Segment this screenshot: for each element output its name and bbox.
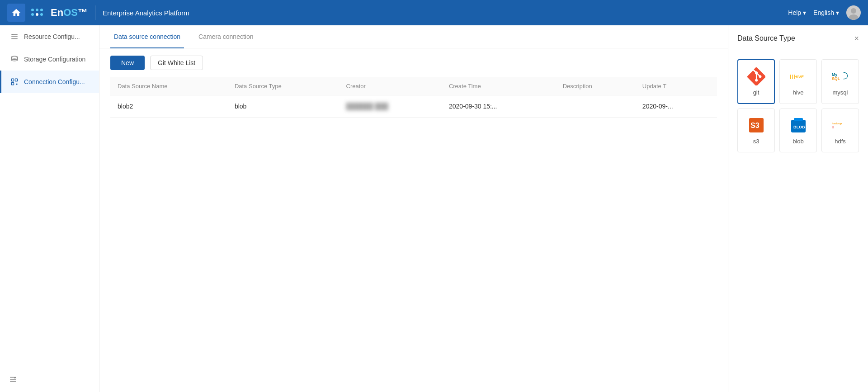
ds-hive-label: hive	[793, 89, 804, 96]
panel-title: Data Source Type	[737, 34, 795, 43]
avatar-icon	[846, 5, 861, 20]
sidebar-collapse-button[interactable]	[0, 368, 99, 392]
tab-camera-connection[interactable]: Camera connection	[195, 26, 257, 48]
ds-type-hive[interactable]: ||| HIVE hive	[779, 59, 817, 104]
svg-point-12	[11, 56, 18, 58]
git-icon	[747, 67, 765, 85]
top-header: EnOS™ Enterprise Analytics Platform Help…	[0, 0, 868, 25]
home-icon	[11, 8, 21, 18]
hive-icon-wrapper: ||| HIVE	[789, 67, 807, 85]
cell-create-time: 2020-09-30 15:...	[442, 95, 556, 118]
mysql-icon-wrapper: My SQL	[831, 67, 849, 85]
main-layout: Resource Configu... Storage Configuratio…	[0, 25, 868, 392]
col-header-type: Data Source Type	[227, 77, 339, 95]
header-divider	[95, 5, 95, 20]
ds-hdfs-label: hdfs	[835, 138, 846, 145]
svg-point-2	[40, 9, 43, 11]
ds-type-blob[interactable]: BLOB blob	[779, 109, 817, 152]
ds-type-git[interactable]: git	[737, 59, 775, 104]
mysql-icon: My SQL	[831, 67, 849, 85]
cell-update-time: 2020-09-...	[635, 95, 717, 118]
app-title: Enterprise Analytics Platform	[103, 9, 189, 17]
enos-dots-icon	[31, 8, 47, 17]
svg-text:BLOB: BLOB	[793, 125, 805, 129]
table-row: blob2 blob ██████ ███ 2020-09-30 15:... …	[110, 95, 717, 118]
s3-icon: S3	[747, 116, 765, 134]
svg-rect-15	[11, 83, 14, 85]
data-source-table: Data Source Name Data Source Type Creato…	[110, 77, 717, 118]
user-avatar[interactable]	[846, 5, 861, 20]
s3-icon-wrapper: S3	[747, 116, 765, 134]
toolbar: New Git White List	[99, 48, 728, 77]
chevron-down-icon: ▾	[836, 9, 839, 16]
help-button[interactable]: Help ▾	[788, 9, 806, 16]
ds-type-hdfs[interactable]: hadoop ||| hdfs	[821, 109, 859, 152]
right-panel: Data Source Type × git ||| HIVE	[728, 25, 868, 392]
git-icon-wrapper	[747, 67, 765, 85]
svg-rect-14	[15, 79, 18, 81]
panel-header: Data Source Type ×	[728, 25, 868, 50]
ds-blob-label: blob	[793, 138, 804, 145]
svg-point-3	[31, 13, 34, 16]
svg-point-11	[12, 34, 14, 35]
cell-name: blob2	[110, 95, 227, 118]
sidebar-item-storage-config[interactable]: Storage Configuration	[0, 48, 99, 71]
col-header-create-time: Create Time	[442, 77, 556, 95]
svg-rect-13	[11, 79, 14, 81]
svg-point-5	[40, 13, 43, 16]
table-container: Data Source Name Data Source Type Creato…	[99, 77, 728, 392]
sidebar-item-connection-config[interactable]: Connection Configu...	[0, 71, 99, 93]
sidebar-label-storage: Storage Configuration	[24, 56, 85, 63]
blob-icon-wrapper: BLOB	[789, 116, 807, 134]
ds-mysql-label: mysql	[833, 89, 848, 96]
chevron-down-icon: ▾	[803, 9, 806, 16]
svg-text:SQL: SQL	[831, 76, 840, 81]
hdfs-icon-wrapper: hadoop |||	[831, 116, 849, 134]
svg-point-6	[851, 8, 856, 14]
svg-point-0	[31, 9, 34, 11]
col-header-creator: Creator	[339, 77, 442, 95]
svg-point-4	[36, 13, 38, 16]
ds-type-mysql[interactable]: My SQL mysql	[821, 59, 859, 104]
svg-text:HIVE: HIVE	[794, 75, 804, 79]
tab-data-source[interactable]: Data source connection	[110, 26, 184, 48]
col-header-name: Data Source Name	[110, 77, 227, 95]
hive-icon: ||| HIVE	[789, 67, 807, 85]
sidebar-label-resource: Resource Configu...	[24, 33, 80, 40]
tabs-bar: Data source connection Camera connection	[99, 25, 728, 48]
collapse-icon	[9, 375, 17, 383]
svg-text:S3: S3	[750, 122, 760, 129]
content-area: Data source connection Camera connection…	[99, 25, 728, 392]
header-right: Help ▾ English ▾	[788, 5, 861, 20]
hdfs-icon: hadoop |||	[831, 116, 849, 134]
logo: EnOS™	[31, 7, 88, 19]
language-button[interactable]: English ▾	[813, 9, 839, 16]
git-whitelist-button[interactable]: Git White List	[150, 56, 203, 70]
cell-type: blob	[227, 95, 339, 118]
resource-config-icon	[10, 33, 19, 41]
sidebar-label-connection: Connection Configu...	[24, 78, 85, 85]
cell-creator: ██████ ███	[339, 95, 442, 118]
ds-type-s3[interactable]: S3 s3	[737, 109, 775, 152]
svg-text:|||: |||	[831, 125, 834, 128]
blob-icon: BLOB	[789, 116, 807, 134]
logo-text: EnOS™	[51, 7, 88, 19]
col-header-description: Description	[556, 77, 635, 95]
svg-text:hadoop: hadoop	[831, 122, 842, 125]
cell-description	[556, 95, 635, 118]
ds-s3-label: s3	[753, 138, 760, 145]
sidebar: Resource Configu... Storage Configuratio…	[0, 25, 99, 392]
svg-point-7	[849, 14, 858, 20]
creator-blurred: ██████ ███	[346, 103, 388, 110]
connection-config-icon	[10, 78, 19, 86]
sidebar-item-resource-config[interactable]: Resource Configu...	[0, 25, 99, 48]
datasource-type-grid: git ||| HIVE hive My SQL	[728, 50, 868, 161]
storage-config-icon	[10, 55, 19, 63]
ds-git-label: git	[753, 89, 760, 96]
home-button[interactable]	[7, 4, 25, 22]
svg-rect-26	[794, 118, 803, 121]
col-header-update-time: Update T	[635, 77, 717, 95]
svg-point-1	[36, 9, 38, 11]
close-panel-button[interactable]: ×	[854, 34, 859, 43]
new-button[interactable]: New	[110, 56, 145, 70]
